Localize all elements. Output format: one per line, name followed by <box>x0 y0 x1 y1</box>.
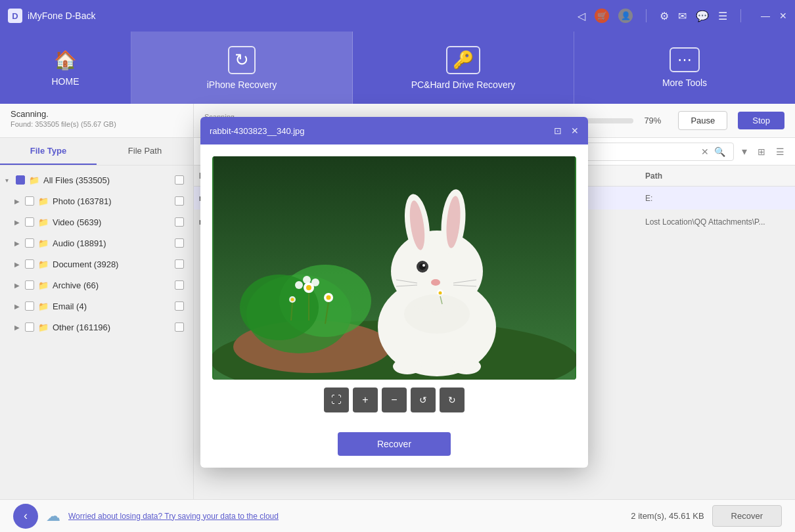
svg-point-27 <box>431 279 440 286</box>
cart-icon[interactable]: 🛒 <box>595 9 609 23</box>
scan-status-found: Found: 353505 file(s) (55.67 GB) <box>11 120 183 128</box>
nav-pc-label: PC&Hard Drive Recovery <box>411 79 516 90</box>
svg-point-25 <box>419 263 426 270</box>
app-logo: D <box>8 9 22 23</box>
checkbox-video-right[interactable] <box>175 217 184 227</box>
bottombar: ‹ ☁ Worried about losing data? Try savin… <box>0 499 795 532</box>
window-controls: — ✕ <box>761 11 787 21</box>
arrow-audio: ▶ <box>14 240 25 247</box>
tab-file-type[interactable]: File Type <box>0 138 97 165</box>
modal-recover-button[interactable]: Recover <box>338 432 451 456</box>
sidebar: Scanning. Found: 353505 file(s) (55.67 G… <box>0 104 194 499</box>
settings-icon[interactable]: ⚙ <box>660 10 669 22</box>
svg-point-35 <box>404 294 470 334</box>
titlebar: D iMyFone D-Back ◁ 🛒 👤 ⚙ ✉ 💬 ☰ — ✕ <box>0 0 795 32</box>
checkbox-all-right[interactable] <box>175 175 184 185</box>
modal-window: rabbit-4303823__340.jpg ⊡ ✕ <box>200 117 588 468</box>
tree-item-email[interactable]: ▶ 📁 Email (4) <box>0 296 193 317</box>
scan-status-title: Scanning. <box>11 109 183 119</box>
nav-iphone-recovery[interactable]: ↻ iPhone Recovery <box>131 32 353 104</box>
arrow-email: ▶ <box>14 303 25 310</box>
svg-point-37 <box>452 359 481 374</box>
preview-image <box>212 156 576 380</box>
nav-pc-recovery[interactable]: 🔑 PC&Hard Drive Recovery <box>353 32 574 104</box>
nav-more-tools[interactable]: ⋯ More Tools <box>574 32 795 104</box>
tree-item-audio[interactable]: ▶ 📁 Audio (18891) <box>0 233 193 254</box>
close-button[interactable]: ✕ <box>779 11 787 21</box>
image-controls: ⛶ + − ↺ ↻ <box>212 388 576 412</box>
fit-screen-button[interactable]: ⛶ <box>324 388 349 412</box>
checkbox-archive-right[interactable] <box>175 280 184 290</box>
checkbox-photo[interactable] <box>25 196 34 206</box>
tree-item-photo[interactable]: ▶ 📁 Photo (163781) <box>0 190 193 211</box>
svg-point-10 <box>303 276 311 284</box>
rotate-right-button[interactable]: ↻ <box>440 388 465 412</box>
navbar: 🏠 HOME ↻ iPhone Recovery 🔑 PC&Hard Drive… <box>0 32 795 104</box>
tree-item-all[interactable]: ▾ 📁 All Files (353505) <box>0 169 193 190</box>
tab-file-path[interactable]: File Path <box>97 138 193 165</box>
modal-restore-icon[interactable]: ⊡ <box>554 125 562 136</box>
checkbox-archive[interactable] <box>25 280 34 290</box>
folder-icon-video: 📁 <box>38 217 49 227</box>
menu-icon[interactable]: ☰ <box>718 10 727 22</box>
back-button[interactable]: ‹ <box>13 504 38 529</box>
svg-point-7 <box>306 285 311 290</box>
modal-body: ⛶ + − ↺ ↻ <box>200 144 588 424</box>
titlebar-sep2 <box>740 9 741 22</box>
mail-icon[interactable]: ✉ <box>678 10 687 22</box>
checkbox-video[interactable] <box>25 217 34 227</box>
arrow-document: ▶ <box>14 261 25 268</box>
checkbox-email[interactable] <box>25 301 34 311</box>
zoom-out-button[interactable]: − <box>382 388 407 412</box>
checkbox-photo-right[interactable] <box>175 196 184 206</box>
checkbox-other-right[interactable] <box>175 322 184 332</box>
folder-icon-other: 📁 <box>38 322 49 332</box>
rabbit-svg <box>212 156 576 380</box>
nav-iphone-label: iPhone Recovery <box>207 79 277 90</box>
home-icon: 🏠 <box>54 49 77 71</box>
share-icon[interactable]: ◁ <box>578 10 585 22</box>
minimize-button[interactable]: — <box>761 11 770 21</box>
modal-close-icon[interactable]: ✕ <box>571 125 579 136</box>
tree-item-document[interactable]: ▶ 📁 Document (3928) <box>0 254 193 275</box>
checkbox-document-right[interactable] <box>175 259 184 269</box>
tree-item-video[interactable]: ▶ 📁 Video (5639) <box>0 211 193 233</box>
arrow-archive: ▶ <box>14 282 25 289</box>
nav-more-label: More Tools <box>662 78 707 88</box>
checkbox-audio[interactable] <box>25 238 34 248</box>
cloud-icon: ☁ <box>46 508 60 525</box>
modal-header-icons: ⊡ ✕ <box>554 125 579 136</box>
svg-point-36 <box>393 359 422 374</box>
tree-item-other[interactable]: ▶ 📁 Other (161196) <box>0 317 193 338</box>
svg-point-9 <box>311 278 319 286</box>
svg-point-26 <box>422 264 425 267</box>
more-tools-icon: ⋯ <box>670 47 700 72</box>
image-preview-modal: rabbit-4303823__340.jpg ⊡ ✕ <box>194 104 795 472</box>
checkbox-email-right[interactable] <box>175 301 184 311</box>
zoom-in-button[interactable]: + <box>353 388 378 412</box>
modal-footer: Recover <box>200 424 588 468</box>
user-icon[interactable]: 👤 <box>618 9 633 23</box>
titlebar-icons: ◁ 🛒 👤 ⚙ ✉ 💬 ☰ — ✕ <box>578 9 787 23</box>
item-count: 2 item(s), 45.61 KB <box>631 511 704 521</box>
cloud-save-link[interactable]: Worried about losing data? Try saving yo… <box>68 512 623 521</box>
chat-icon[interactable]: 💬 <box>696 10 709 22</box>
checkbox-all[interactable] <box>16 175 25 185</box>
tree-item-archive[interactable]: ▶ 📁 Archive (66) <box>0 275 193 296</box>
arrow-video: ▶ <box>14 219 25 226</box>
folder-icon-archive: 📁 <box>38 280 49 290</box>
sidebar-tabs: File Type File Path <box>0 138 193 166</box>
checkbox-document[interactable] <box>25 259 34 269</box>
svg-point-8 <box>295 281 303 289</box>
modal-header: rabbit-4303823__340.jpg ⊡ ✕ <box>200 117 588 144</box>
folder-icon-photo: 📁 <box>38 196 49 206</box>
rotate-left-button[interactable]: ↺ <box>411 388 436 412</box>
arrow-photo: ▶ <box>14 198 25 205</box>
folder-icon-document: 📁 <box>38 259 49 269</box>
recover-button[interactable]: Recover <box>712 505 782 527</box>
arrow-other: ▶ <box>14 324 25 331</box>
checkbox-other[interactable] <box>25 322 34 332</box>
scan-status-sidebar: Scanning. Found: 353505 file(s) (55.67 G… <box>0 104 193 138</box>
nav-home[interactable]: 🏠 HOME <box>0 32 131 104</box>
checkbox-audio-right[interactable] <box>175 238 184 248</box>
